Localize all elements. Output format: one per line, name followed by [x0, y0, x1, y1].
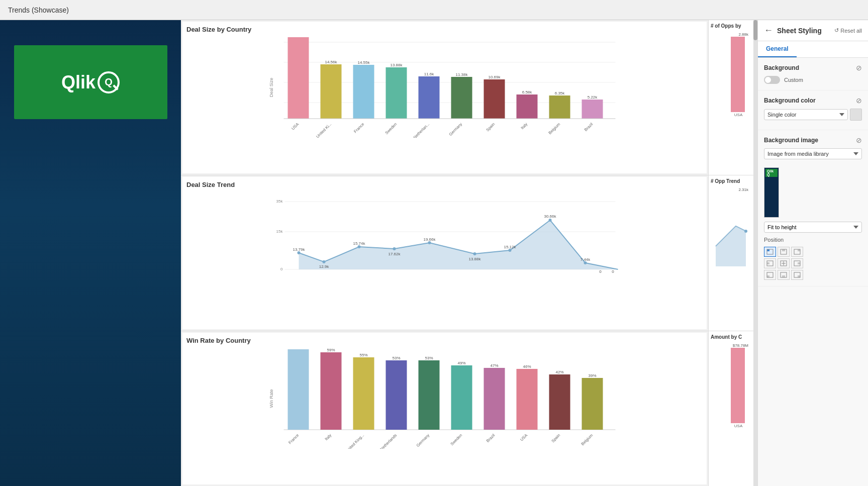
svg-rect-103	[731, 348, 745, 423]
svg-text:53%: 53%	[392, 356, 400, 360]
background-color-swatch[interactable]	[850, 109, 862, 121]
svg-text:Italy: Italy	[324, 433, 333, 441]
svg-rect-111	[767, 262, 769, 264]
panel-tabs: General	[758, 41, 868, 58]
svg-text:USA: USA	[291, 122, 300, 131]
svg-text:Win Rate: Win Rate	[269, 389, 274, 408]
svg-text:42%: 42%	[555, 370, 563, 374]
position-middle-center[interactable]	[778, 258, 790, 268]
svg-text:13.88k: 13.88k	[390, 63, 403, 67]
svg-text:6.35k: 6.35k	[555, 91, 565, 95]
svg-text:0: 0	[599, 269, 602, 274]
chart-deal-size-country[interactable]: Deal Size by Country Deal Size	[182, 22, 707, 173]
tab-general[interactable]: General	[758, 41, 797, 57]
image-preview-badge: Qlik Q	[765, 169, 778, 177]
svg-text:15.74k: 15.74k	[353, 241, 365, 246]
svg-text:6.58k: 6.58k	[522, 90, 533, 94]
scrollbar-thumb[interactable]	[753, 20, 757, 40]
svg-point-101	[744, 230, 747, 233]
svg-text:$78.78M: $78.78M	[733, 343, 748, 348]
background-section-icon[interactable]: ⊘	[856, 64, 862, 72]
svg-text:19.66k: 19.66k	[423, 237, 436, 242]
svg-text:2.88k: 2.88k	[738, 32, 749, 37]
background-section: Background ⊘ Custom	[758, 58, 868, 90]
svg-rect-22	[549, 95, 570, 119]
position-label: Position	[764, 237, 862, 243]
background-image-dropdown[interactable]: Image from media library	[764, 148, 862, 159]
svg-point-45	[323, 260, 326, 263]
fit-to-height-dropdown[interactable]: Fit to height	[764, 222, 862, 233]
svg-text:5.22k: 5.22k	[588, 95, 598, 100]
svg-rect-109	[798, 249, 800, 251]
panel-reset-button[interactable]: ↺ Reset all	[834, 27, 862, 34]
svg-text:55%: 55%	[359, 353, 367, 357]
svg-text:15k: 15k	[276, 229, 283, 234]
chart-deal-size-trend[interactable]: Deal Size Trend 35k 15k 0	[182, 177, 707, 329]
qlik-q-icon: Q	[98, 71, 120, 93]
svg-rect-122	[798, 275, 800, 277]
svg-text:35k: 35k	[276, 199, 283, 204]
chart-win-rate[interactable]: Win Rate by Country Win Rate 61% 59% 55%	[182, 333, 707, 484]
svg-text:11.6k: 11.6k	[424, 72, 435, 76]
svg-text:7.44k: 7.44k	[581, 257, 591, 262]
position-top-center[interactable]	[778, 247, 790, 257]
image-preview: Qlik Q	[764, 167, 779, 218]
position-bottom-center[interactable]	[778, 270, 790, 280]
pos-top-center-icon	[780, 249, 787, 255]
svg-text:59%: 59%	[327, 348, 335, 352]
svg-text:France: France	[287, 433, 300, 445]
svg-rect-74	[419, 360, 440, 430]
background-custom-toggle[interactable]	[764, 76, 780, 84]
opps-strip-title: # of Opps by	[711, 23, 751, 29]
position-middle-left[interactable]	[764, 258, 776, 268]
position-bottom-right[interactable]	[791, 270, 803, 280]
svg-text:USA: USA	[519, 433, 528, 442]
svg-rect-68	[321, 352, 342, 430]
position-bottom-left[interactable]	[764, 270, 776, 280]
qlik-text: Qlik	[61, 72, 95, 93]
position-middle-right[interactable]	[791, 258, 803, 268]
background-color-header: Background color ⊘	[764, 96, 862, 105]
background-section-title: Background	[764, 64, 799, 71]
svg-rect-80	[517, 369, 538, 430]
svg-rect-72	[386, 360, 407, 430]
opp-trend-strip[interactable]: # Opp Trend 2.31k	[709, 175, 753, 331]
right-panel: ← Sheet Styling ↺ Reset all General Back…	[757, 20, 868, 486]
amount-strip[interactable]: Amount by C $78.78M USA	[709, 331, 753, 486]
position-top-right[interactable]	[791, 247, 803, 257]
svg-text:10.69k: 10.69k	[488, 75, 501, 79]
background-image-icon[interactable]: ⊘	[856, 136, 862, 144]
opps-strip-chart[interactable]: # of Opps by 2.88k USA	[709, 20, 753, 175]
chart-deal-size-trend-title: Deal Size Trend	[186, 181, 703, 188]
svg-text:Brazil: Brazil	[486, 433, 496, 443]
svg-text:14.55k: 14.55k	[357, 60, 370, 65]
charts-container: Deal Size by Country Deal Size	[181, 20, 757, 486]
svg-point-49	[473, 252, 476, 255]
pos-top-left-icon	[766, 249, 774, 255]
vertical-scrollbar[interactable]	[753, 20, 757, 486]
svg-text:39%: 39%	[588, 373, 596, 378]
amount-strip-svg: $78.78M USA	[711, 342, 751, 432]
svg-text:United Ki...: United Ki...	[315, 122, 332, 138]
svg-text:47%: 47%	[490, 363, 498, 368]
panel-header: ← Sheet Styling ↺ Reset all	[758, 20, 868, 41]
panel-back-button[interactable]: ←	[764, 25, 773, 36]
svg-marker-100	[716, 226, 746, 266]
chart-row-1: Deal Size by Country Deal Size	[181, 20, 708, 175]
panel-title: Sheet Styling	[777, 27, 834, 35]
svg-rect-10	[353, 65, 374, 119]
pos-bot-center-icon	[780, 272, 787, 278]
position-top-left[interactable]	[764, 247, 776, 257]
svg-text:0: 0	[612, 269, 614, 274]
svg-rect-16	[451, 77, 472, 119]
svg-text:Belgium: Belgium	[581, 433, 594, 446]
svg-rect-66	[288, 349, 309, 430]
svg-rect-76	[451, 365, 472, 430]
top-bar: Trends (Showcase)	[0, 0, 868, 20]
svg-rect-97	[731, 37, 745, 112]
svg-rect-105	[767, 249, 769, 251]
background-color-icon[interactable]: ⊘	[856, 96, 862, 105]
background-color-dropdown[interactable]: Single color	[764, 109, 848, 120]
svg-text:13.79k: 13.79k	[293, 247, 305, 252]
background-section-header: Background ⊘	[764, 64, 862, 72]
